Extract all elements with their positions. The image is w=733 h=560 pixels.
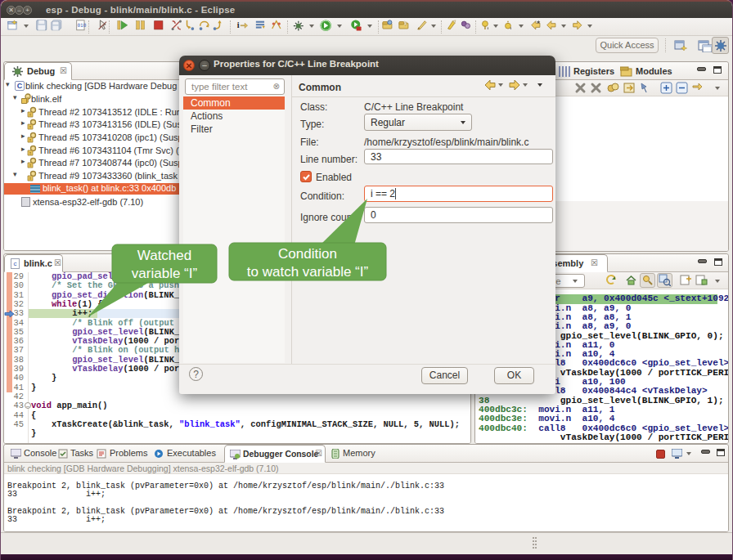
svg-text:010: 010	[78, 22, 87, 28]
svg-text:i: i	[237, 20, 240, 29]
